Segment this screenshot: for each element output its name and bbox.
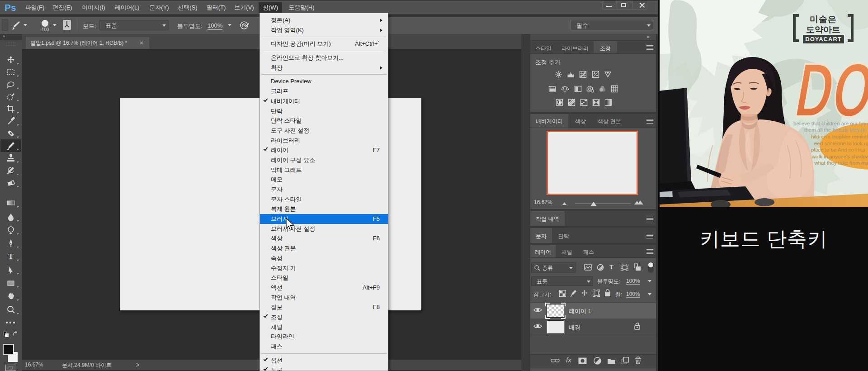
svg-text:believe that children are our: believe that children are our futur: [793, 121, 868, 126]
svg-text:walk in anyone's shadow: walk in anyone's shadow: [811, 154, 868, 159]
svg-text:eed someone to look up: eed someone to look up: [814, 141, 868, 146]
svg-text:them all the beauty they po: them all the beauty they po: [804, 127, 867, 133]
svg-text:T: T: [8, 252, 14, 261]
svg-text:er what they take from ma: er what they take from ma: [808, 160, 868, 166]
svg-text:hildren's laughter remind: hildren's laughter remind: [811, 134, 868, 139]
svg-text:place to be And so I lea: place to be And so I lea: [811, 147, 865, 152]
